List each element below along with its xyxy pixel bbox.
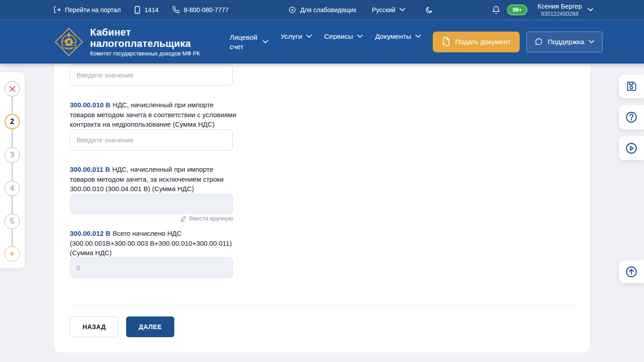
field-code: 300.00.010 В bbox=[70, 101, 110, 109]
language-label: Русский bbox=[372, 6, 395, 14]
nav-label: Сервисы bbox=[324, 32, 353, 41]
bell-icon bbox=[492, 5, 500, 14]
logout-portal-icon bbox=[53, 6, 61, 14]
nav-item-services[interactable]: Услуги bbox=[281, 32, 312, 41]
value-input-300-00-010[interactable] bbox=[70, 129, 233, 151]
submit-document-button[interactable]: Подать документ bbox=[433, 32, 520, 52]
step-number: 2 bbox=[10, 118, 14, 126]
language-selector[interactable]: Русский bbox=[372, 6, 405, 14]
field-label-300-00-012: 300.00.012 ВВсего начислено НДС (300.00.… bbox=[70, 229, 240, 258]
dark-mode-toggle[interactable] bbox=[425, 6, 433, 14]
nav-label: Лицевой счет bbox=[230, 32, 259, 51]
arrow-up-circle-icon bbox=[625, 266, 638, 278]
play-circle-icon bbox=[625, 142, 638, 155]
nav-label: Услуги bbox=[281, 32, 302, 41]
stepper-step-2[interactable]: 2 bbox=[5, 114, 20, 129]
go-to-portal-link[interactable]: Перейти на портал bbox=[53, 6, 121, 14]
field-code: 300.00.012 В bbox=[70, 229, 110, 237]
value-input-top[interactable] bbox=[70, 64, 233, 86]
submit-document-label: Подать документ bbox=[455, 38, 511, 46]
user-name: Ксения Бергер bbox=[538, 3, 582, 10]
form-stepper: 2 3 4 5 ✈ bbox=[0, 72, 25, 268]
accessibility-label: Для слабовидящих bbox=[300, 6, 357, 14]
file-plus-icon bbox=[442, 37, 450, 46]
chevron-down-icon bbox=[399, 8, 405, 12]
stepper-close-step[interactable] bbox=[5, 81, 20, 96]
help-button[interactable] bbox=[619, 105, 644, 129]
step-number: 5 bbox=[10, 217, 14, 225]
question-circle-icon bbox=[625, 111, 638, 124]
notifications-count-badge[interactable]: 99+ bbox=[507, 5, 527, 15]
support-label: Поддержка bbox=[548, 38, 584, 46]
close-icon bbox=[9, 86, 16, 92]
value-input-300-00-012 bbox=[70, 257, 233, 278]
topbar: Перейти на портал 1414 8-800-080-7777 Дл… bbox=[0, 0, 644, 20]
field-label-300-00-011: 300.00.011 ВНДС, начисленный при импорте… bbox=[70, 165, 240, 194]
step-number: 4 bbox=[10, 184, 14, 192]
chevron-down-icon bbox=[415, 34, 421, 38]
hotline-phone-number: 8-800-080-7777 bbox=[184, 6, 229, 14]
notifications-bell[interactable] bbox=[492, 5, 500, 14]
scroll-to-top-button[interactable] bbox=[619, 260, 644, 283]
step-number: 3 bbox=[10, 151, 14, 159]
nav-item-documents[interactable]: Документы bbox=[375, 32, 421, 41]
kgd-emblem-logo bbox=[54, 27, 84, 57]
short-phone-number: 1414 bbox=[145, 6, 159, 14]
field-label-300-00-010: 300.00.010 ВНДС, начисленный при импорте… bbox=[70, 100, 240, 129]
moon-icon bbox=[425, 6, 433, 14]
nav-item-tools[interactable]: Сервисы bbox=[324, 32, 363, 41]
chat-bubble-icon bbox=[535, 37, 543, 46]
footer-divider bbox=[70, 305, 574, 306]
app-subtitle: Комитет государственных доходов МФ РК bbox=[90, 50, 225, 57]
video-guide-button[interactable] bbox=[619, 136, 644, 160]
stepper-step-3[interactable]: 3 bbox=[5, 147, 20, 163]
support-button[interactable]: Поддержка bbox=[526, 32, 603, 52]
pencil-icon bbox=[180, 215, 186, 222]
chevron-down-icon bbox=[357, 34, 363, 38]
next-button[interactable]: ДАЛЕЕ bbox=[126, 316, 174, 337]
save-floppy-icon bbox=[626, 80, 638, 92]
accessibility-eye-icon bbox=[288, 6, 296, 14]
go-to-portal-label: Перейти на портал bbox=[65, 6, 121, 14]
hotline-phone[interactable]: 8-800-080-7777 bbox=[172, 6, 229, 14]
chevron-down-icon bbox=[587, 8, 594, 12]
nav-label: Документы bbox=[375, 32, 411, 41]
chevron-down-icon bbox=[306, 34, 312, 38]
stepper-send-step[interactable]: ✈ bbox=[5, 246, 20, 261]
accessibility-mode[interactable]: Для слабовидящих bbox=[288, 6, 357, 14]
field-code: 300.00.011 В bbox=[70, 165, 110, 173]
back-button[interactable]: НАЗАД bbox=[70, 316, 118, 337]
stepper-step-4[interactable]: 4 bbox=[5, 181, 20, 196]
main-nav: Лицевой счет Услуги Сервисы Документы bbox=[230, 32, 421, 51]
stepper-step-5[interactable]: 5 bbox=[5, 214, 20, 229]
tax-form-panel: 300.00.010 ВНДС, начисленный при импорте… bbox=[54, 45, 590, 353]
save-draft-button[interactable] bbox=[619, 74, 644, 98]
user-iin: 930122450268 bbox=[541, 11, 578, 17]
app-title: Кабинет налогоплательщика bbox=[90, 27, 225, 49]
user-menu[interactable]: Ксения Бергер 930122450268 bbox=[538, 3, 594, 17]
mobile-phone-icon bbox=[134, 6, 141, 14]
app-header: Кабинет налогоплательщика Комитет госуда… bbox=[0, 20, 644, 64]
manual-entry-link[interactable]: Ввести вручную bbox=[70, 215, 233, 222]
chevron-down-icon bbox=[263, 40, 268, 44]
phone-handset-icon bbox=[172, 6, 180, 14]
chevron-down-icon bbox=[589, 40, 594, 44]
short-phone[interactable]: 1414 bbox=[134, 6, 159, 14]
value-input-300-00-011 bbox=[70, 194, 233, 214]
send-plane-icon: ✈ bbox=[9, 250, 15, 258]
nav-item-personal-account[interactable]: Лицевой счет bbox=[230, 32, 268, 51]
manual-entry-label: Ввести вручную bbox=[189, 215, 233, 222]
